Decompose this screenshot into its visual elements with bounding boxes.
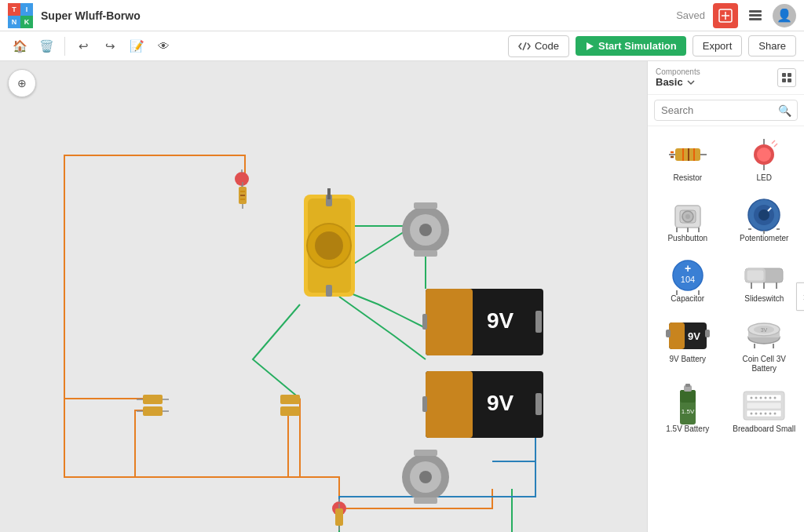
circuit-canvas[interactable]: 9V 9V [0, 61, 647, 532]
battery-9v-2[interactable]: 9V [422, 371, 543, 438]
svg-rect-36 [143, 395, 163, 404]
undo-btn[interactable]: ↩ [71, 35, 95, 58]
svg-point-128 [774, 397, 777, 399]
battery-9v-1[interactable]: 9V [422, 289, 543, 355]
simulate-label: Start Simulation [598, 40, 677, 52]
components-dropdown[interactable]: Basic [656, 76, 700, 88]
comp-row-2: Pushbutton Potentio [651, 191, 801, 250]
top-bar: T I N K Super Wluff-Borwo Saved 👤 [0, 0, 804, 31]
panel-collapse-btn[interactable]: › [796, 282, 804, 311]
dc-motor[interactable] [304, 188, 355, 297]
potentiometer-label: Potentiometer [740, 234, 788, 243]
svg-rect-105 [666, 330, 671, 337]
9v-battery-icon-area: 9V [666, 319, 710, 352]
view-btn[interactable]: 👁 [152, 35, 175, 58]
svg-text:3V: 3V [761, 327, 768, 333]
svg-rect-56 [335, 508, 343, 526]
svg-text:104: 104 [681, 275, 695, 284]
svg-point-131 [760, 413, 762, 415]
logo-i: I [20, 3, 33, 16]
svg-rect-5 [749, 18, 762, 20]
component-right-1[interactable] [280, 395, 300, 404]
capacitor-icon-area: + 104 [666, 259, 710, 292]
component-right-2[interactable] [280, 406, 300, 416]
svg-point-33 [419, 471, 432, 483]
schematic-icon [718, 9, 733, 23]
code-label: Code [535, 40, 559, 52]
svg-point-86 [758, 210, 769, 220]
svg-rect-29 [414, 202, 437, 209]
resistor-icon-area [666, 138, 710, 171]
simulate-btn[interactable]: Start Simulation [576, 36, 686, 56]
svg-rect-59 [782, 73, 786, 77]
svg-rect-12 [535, 311, 542, 333]
home-btn[interactable]: 🏠 [8, 35, 31, 58]
slideswitch-icon-area [742, 259, 786, 292]
svg-rect-117 [685, 384, 690, 387]
svg-rect-42 [280, 395, 300, 404]
component-pushbutton[interactable]: Pushbutton [651, 191, 725, 250]
logo: T I N K [8, 3, 33, 28]
component-coin-cell[interactable]: 3V Coin Cell 3V Battery [728, 312, 802, 381]
svg-marker-7 [587, 42, 594, 50]
svg-point-126 [765, 397, 767, 399]
component-slideswitch[interactable]: Slideswitch [728, 252, 802, 311]
breadboard-label: Breadboard Small [733, 425, 795, 434]
pushbutton-svg [669, 198, 707, 232]
panel-header: Components Basic [648, 61, 804, 95]
list-view-btn[interactable] [743, 3, 768, 28]
potentiometer-icon-area [742, 199, 786, 231]
svg-point-44 [235, 172, 249, 186]
resistor-label: Resistor [673, 173, 702, 183]
canvas-controls: ⊕ [8, 69, 36, 97]
component-capacitor[interactable]: + 104 Capacitor [651, 252, 725, 311]
canvas-area[interactable]: ⊕ [0, 61, 647, 532]
component-resistor[interactable]: Resistor [651, 131, 725, 190]
component-led[interactable]: LED [728, 131, 802, 190]
9v-battery-svg: 9V [666, 319, 710, 352]
svg-rect-122 [747, 403, 781, 409]
component-1v5-battery[interactable]: 1.5V 1.5V Battery [651, 382, 725, 441]
components-grid: Resistor LED [648, 126, 804, 532]
1v5-battery-label: 1.5V Battery [666, 425, 709, 434]
logo-k: K [20, 16, 33, 28]
svg-rect-39 [143, 406, 163, 416]
component-potentiometer[interactable]: Potentiometer [728, 191, 802, 250]
svg-point-22 [315, 231, 343, 260]
breadboard-svg [742, 388, 786, 423]
code-btn[interactable]: Code [508, 35, 569, 57]
svg-point-80 [685, 214, 690, 219]
search-input[interactable] [654, 100, 798, 121]
list-icon [748, 9, 762, 23]
component-9v-battery[interactable]: 9V 9V Battery [651, 312, 725, 381]
redo-btn[interactable]: ↪ [98, 35, 122, 58]
zoom-control[interactable]: ⊕ [8, 69, 36, 97]
notes-btn[interactable]: 📝 [125, 35, 148, 58]
svg-rect-18 [422, 396, 427, 412]
svg-point-127 [769, 397, 772, 399]
svg-rect-13 [422, 314, 427, 330]
component-breadboard[interactable]: Breadboard Small [728, 382, 802, 441]
breadboard-icon-area [742, 389, 786, 422]
svg-rect-30 [414, 250, 437, 257]
svg-rect-3 [749, 10, 762, 13]
schematic-view-btn[interactable] [713, 3, 738, 28]
list-view-toggle[interactable] [777, 68, 796, 87]
user-avatar[interactable]: 👤 [773, 4, 796, 27]
main-content: ⊕ [0, 61, 804, 532]
svg-point-73 [757, 148, 771, 162]
1v5-battery-svg: 1.5V [677, 384, 699, 428]
svg-rect-62 [788, 78, 791, 82]
svg-point-123 [751, 397, 753, 399]
svg-text:9V: 9V [487, 391, 514, 415]
svg-rect-24 [326, 285, 332, 297]
svg-rect-60 [788, 73, 791, 77]
svg-point-130 [755, 413, 758, 415]
share-btn[interactable]: Share [748, 35, 796, 56]
delete-btn[interactable]: 🗑️ [35, 35, 58, 58]
svg-rect-106 [705, 330, 710, 337]
svg-text:9V: 9V [487, 308, 514, 333]
1v5-battery-icon-area: 1.5V [666, 389, 710, 422]
coin-cell-label: Coin Cell 3V Battery [732, 355, 798, 373]
export-btn[interactable]: Export [693, 35, 743, 56]
